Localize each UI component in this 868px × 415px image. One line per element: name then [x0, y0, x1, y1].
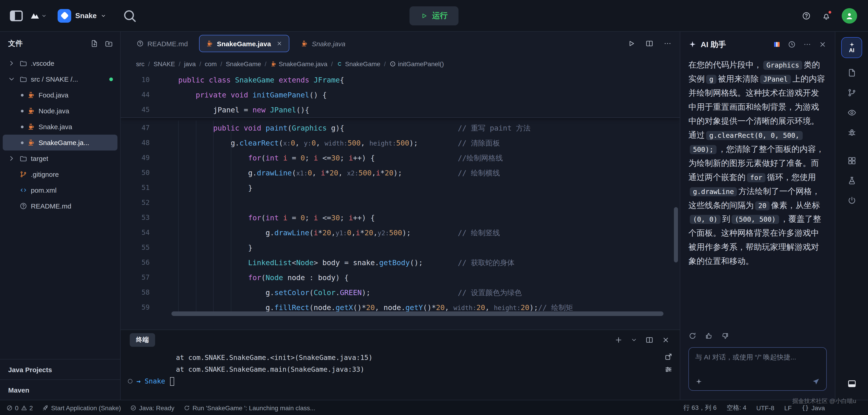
rail-item-flask[interactable]: [841, 170, 862, 190]
tree-file-Food.java[interactable]: Food.java: [3, 87, 118, 103]
section-maven[interactable]: Maven: [0, 379, 120, 400]
ai-badge-label: AI: [849, 47, 855, 54]
tree-item-label: Snake.java: [38, 123, 72, 131]
regenerate-button[interactable]: [688, 332, 696, 340]
tree-folder-src-SNAKE-...[interactable]: src / SNAKE /...: [3, 71, 118, 87]
avatar[interactable]: [842, 8, 857, 23]
sidebar-toggle-button[interactable]: [8, 7, 25, 24]
rail-item-git-branch[interactable]: [841, 83, 862, 102]
run-label: 运行: [432, 10, 447, 21]
close-tab-icon[interactable]: [276, 40, 283, 47]
open-in-editor-button[interactable]: [664, 353, 673, 361]
tree-folder-.vscode[interactable]: .vscode: [3, 55, 118, 71]
eol[interactable]: LF: [784, 404, 792, 411]
tab-README.md[interactable]: README.md: [130, 35, 194, 52]
status-run-snakegame-launching-main-c[interactable]: Run 'SnakeGame ': Launching main class..…: [183, 404, 315, 411]
breadcrumb-item[interactable]: SNAKE: [154, 60, 175, 68]
encoding[interactable]: UTF-8: [756, 404, 774, 411]
status-java-ready[interactable]: Java: Ready: [130, 404, 174, 411]
code-comment: // 绘制横线: [458, 165, 500, 181]
ai-text: 像素，从坐标: [771, 200, 820, 210]
history-button[interactable]: [788, 40, 796, 49]
project-switcher[interactable]: Snake: [58, 9, 106, 23]
run-button[interactable]: 运行: [409, 6, 459, 25]
more-button[interactable]: [803, 40, 811, 49]
chat-input-placeholder: 与 AI 对话，或使用 “/” 唤起快捷...: [695, 353, 820, 362]
app-menu-button[interactable]: [30, 11, 47, 21]
send-button[interactable]: [812, 378, 820, 386]
file-tree: .vscodesrc / SNAKE /...Food.javaNode.jav…: [0, 55, 120, 214]
vertical-scrollbar[interactable]: [674, 207, 678, 262]
inline-code-chip: 20: [755, 201, 770, 210]
tree-file-Snake.java[interactable]: Snake.java: [3, 119, 118, 135]
indentation[interactable]: 空格: 4: [726, 404, 746, 412]
rail-item-bug[interactable]: [841, 122, 862, 142]
breadcrumb-separator: /: [148, 60, 150, 68]
notifications-button[interactable]: [822, 11, 831, 20]
line-number: 47: [121, 121, 150, 135]
more-actions-button[interactable]: [663, 39, 672, 47]
section-java-projects[interactable]: Java Projects: [0, 359, 120, 379]
new-terminal-button[interactable]: [615, 336, 623, 344]
close-panel-button[interactable]: [818, 40, 827, 49]
line-number: 59: [121, 300, 150, 315]
tab-Snake.java[interactable]: Snake.java: [294, 35, 352, 52]
split-editor-button[interactable]: [645, 39, 653, 47]
code-line: 47public void paint(Graphics g){// 重写 pa…: [121, 121, 680, 135]
tree-folder-target[interactable]: target: [3, 151, 118, 166]
chevron-down-icon: [7, 75, 16, 83]
rail-item-eye[interactable]: [841, 102, 862, 122]
tree-file-pom.xml[interactable]: pom.xml: [3, 182, 118, 198]
horizontal-scrollbar[interactable]: [172, 312, 663, 316]
tree-file-SnakeGame.ja...[interactable]: SnakeGame.ja...: [3, 135, 118, 151]
rail-item-power[interactable]: [841, 190, 862, 210]
new-folder-button[interactable]: [105, 39, 113, 47]
terminal-output[interactable]: at com.SNAKE.SnakeGame.<init>(SnakeGame.…: [121, 350, 680, 400]
code-editor[interactable]: 10public class SnakeGame extends JFrame{…: [121, 72, 680, 329]
terminal-tab[interactable]: 终端: [130, 333, 155, 347]
breadcrumb-label: SnakeGame: [345, 60, 380, 68]
breadcrumb-item[interactable]: src: [136, 60, 145, 68]
run-file-button[interactable]: [627, 39, 636, 47]
tree-item-label: README.md: [31, 202, 71, 210]
terminal-header: 终端: [121, 330, 680, 350]
java-icon: [27, 123, 35, 131]
cursor-position[interactable]: 行 63，列 6: [683, 404, 716, 412]
terminal-settings-button[interactable]: [664, 365, 673, 374]
quick-command-icon[interactable]: [695, 378, 703, 385]
terminal-profiles-button[interactable]: [631, 337, 637, 343]
topbar-left: Snake: [0, 7, 138, 24]
panel-layout-button[interactable]: [841, 374, 862, 393]
sticky-scroll: 10public class SnakeGame extends JFrame{…: [121, 72, 680, 118]
breadcrumb-item[interactable]: SnakeGame: [226, 60, 261, 68]
help-button[interactable]: [802, 11, 811, 20]
split-terminal-button[interactable]: [645, 336, 653, 344]
breadcrumb-item[interactable]: java: [184, 60, 196, 68]
status-start-application-snake-[interactable]: Start Application (Snake): [42, 404, 121, 411]
thumbs-up-button[interactable]: [705, 332, 713, 340]
code-line: 55}: [121, 240, 680, 255]
topbar: Snake 运行: [0, 0, 868, 32]
tree-file-Node.java[interactable]: Node.java: [3, 103, 118, 119]
problems-indicator[interactable]: 02: [6, 404, 33, 411]
terminal-line: at com.SNAKE.SnakeGame.main(SnakeGame.ja…: [121, 363, 680, 375]
breadcrumb-label: initGamePanel(): [398, 60, 444, 68]
close-panel-button[interactable]: [662, 336, 670, 344]
tab-SnakeGame.java[interactable]: SnakeGame.java: [199, 35, 289, 52]
model-picker-button[interactable]: [773, 41, 780, 48]
rail-item-file[interactable]: [841, 63, 862, 83]
thumbs-down-button[interactable]: [721, 332, 729, 340]
line-number: 53: [121, 210, 150, 225]
rail-item-grid[interactable]: [841, 151, 862, 170]
breadcrumb-item[interactable]: initGamePanel(): [389, 60, 444, 68]
breadcrumb-item[interactable]: SnakeGame.java: [270, 60, 328, 68]
breadcrumb-item[interactable]: SnakeGame: [337, 60, 380, 68]
ai-text: 在您的代码片段中，: [688, 60, 762, 69]
new-file-button[interactable]: [90, 39, 98, 47]
tree-file-README.md[interactable]: README.md: [3, 198, 118, 214]
search-button[interactable]: [122, 7, 138, 24]
tree-file-.gitignore[interactable]: .gitignore: [3, 166, 118, 182]
breadcrumb-item[interactable]: com: [205, 60, 217, 68]
chat-input[interactable]: 与 AI 对话，或使用 “/” 唤起快捷...: [688, 347, 827, 391]
rail-item-ai-assistant[interactable]: AI: [841, 37, 862, 58]
